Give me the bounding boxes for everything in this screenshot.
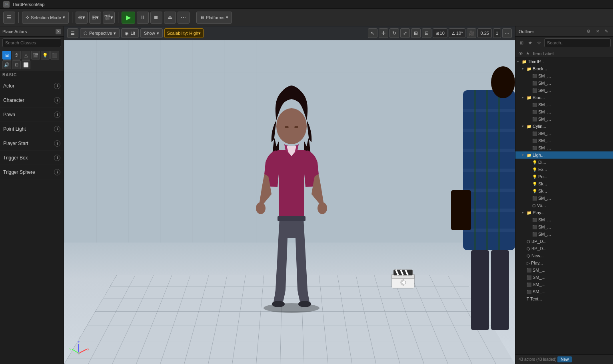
tree-item-sm10[interactable]: ⬛ SM_... [515,195,613,202]
new-actor-btn[interactable]: New [557,356,572,362]
trigger-box-info-btn[interactable]: ℹ [54,155,60,161]
tree-item-sm8[interactable]: ⬛ SM_... [515,137,613,144]
viewport-options-btn[interactable]: ⋯ [502,28,512,38]
lit-btn[interactable]: ◉ Lit [121,28,139,38]
tree-item-sm9[interactable]: ⬛ SM_... [515,144,613,151]
tree-item-sm6[interactable]: ⬛ SM_... [515,115,613,123]
eject-btn[interactable]: ⏏ [164,12,176,24]
angle-value[interactable]: ∠ 10° [449,28,466,38]
viewport[interactable]: X Y Z ☰ ⬡ Perspective ▾ ◉ Lit Show ▾ [64,26,515,364]
camera-speed-icon[interactable]: 🎥 [467,28,476,38]
tree-item-sm4[interactable]: ⬛ SM_... [515,101,613,108]
lit-icon: ◉ [125,31,129,36]
outliner-tree[interactable]: ▾ 📁 ThirdP... ▾ 📁 Block... ⬛ SM_... ⬛ SM… [515,58,613,354]
surface-snapping-btn[interactable]: ⊟ [422,28,431,38]
tree-item-dir[interactable]: 💡 Di... [515,159,613,166]
scale-tool-btn[interactable]: ⤢ [400,28,410,38]
add-actor-btn[interactable]: ⊕▾ [76,12,88,24]
chevron-down-icon: ▾ [63,15,65,20]
tree-item-play[interactable]: ▾ 📁 Play... [515,209,613,216]
tree-item-sm16[interactable]: ⬛ SM_... [515,281,613,288]
tree-item-text1[interactable]: T Text... [515,295,613,302]
tree-item-bpd2[interactable]: ⬡ BP_D... [515,245,613,252]
tree-item-new1[interactable]: ⬡ New... [515,252,613,259]
tree-item-sm15[interactable]: ⬛ SM_... [515,274,613,281]
actor-item-trigger-box[interactable]: Trigger Box ℹ [0,151,64,165]
tree-item-sm14[interactable]: ⬛ SM_... [515,267,613,274]
actor-item-actor[interactable]: Actor ℹ [0,79,64,93]
cinematic-btn[interactable]: 🎬 [31,51,40,60]
outliner-sort-btn[interactable]: ⊞ [518,39,525,46]
actor-item-trigger-sphere[interactable]: Trigger Sphere ℹ [0,165,64,179]
tree-item-block2[interactable]: ▾ 📁 Bloc... [515,94,613,101]
tree-item-sm5[interactable]: ⬛ SM_... [515,108,613,115]
more-options-btn[interactable]: ⋯ [178,12,190,24]
camera-speed-value[interactable]: 0.25 [477,28,491,38]
outliner-star-btn[interactable]: ★ [527,39,534,46]
select-tool-btn[interactable]: ↖ [368,28,377,38]
tree-item-sky1[interactable]: 💡 Sk... [515,180,613,187]
character-info-btn[interactable]: ℹ [54,97,60,103]
outliner-bookmark-btn[interactable]: ☆ [535,39,543,46]
tree-item-sm12[interactable]: ⬛ SM_... [515,223,613,231]
tree-item-point[interactable]: 💡 Po... [515,173,613,180]
tree-item-sm17[interactable]: ⬛ SM_... [515,288,613,295]
perspective-btn[interactable]: ⬡ Perspective ▾ [80,28,120,38]
stop-btn[interactable]: ⏹ [150,12,162,24]
transform-toggle-btn[interactable]: ⊞ [411,28,421,38]
rotate-tool-btn[interactable]: ↻ [389,28,399,38]
tree-item-cyl[interactable]: ▾ 📁 Cylin... [515,123,613,130]
trigger-sphere-info-btn[interactable]: ℹ [54,169,60,175]
tree-item-sm1[interactable]: ⬛ SM_... [515,72,613,80]
tree-item-exp[interactable]: 💡 Ex... [515,166,613,173]
tree-item-sm2[interactable]: ⬛ SM_... [515,80,613,87]
tree-item-vol[interactable]: ⬡ Vo... [515,202,613,209]
selection-mode-btn[interactable]: ⊹ Selection Mode ▾ [22,12,69,24]
outliner-edit-btn[interactable]: ✎ [603,28,610,35]
outliner-filter-btn[interactable]: ⚙ [585,28,592,35]
tree-item-sm7[interactable]: ⬛ SM_... [515,130,613,137]
tree-item-play2[interactable]: ▷ Play... [515,259,613,267]
row-2-3[interactable]: ⬜ [22,60,30,69]
panel-title: Place Actors [2,29,27,34]
tree-item-sm13[interactable]: ⬛ SM_... [515,231,613,238]
point-light-info-btn[interactable]: ℹ [54,126,60,132]
play-btn[interactable]: ▶ [122,12,135,24]
viewport-menu-btn[interactable]: ☰ [67,28,78,38]
all-filter-btn[interactable]: ⊞ [2,51,11,60]
actor-item-point-light[interactable]: Point Light ℹ [0,122,64,136]
lights-btn[interactable]: 💡 [41,51,50,60]
pause-btn[interactable]: ⏸ [137,12,149,24]
pawn-info-btn[interactable]: ℹ [54,111,60,118]
actor-item-pawn[interactable]: Pawn ℹ [0,107,64,122]
player-start-info-btn[interactable]: ℹ [54,140,60,147]
tree-item-sm3[interactable]: ⬛ SM_... [515,87,613,94]
outliner-close-btn[interactable]: ✕ [594,28,601,35]
recently-placed-btn[interactable]: ⏱ [12,51,21,60]
tree-item-bpd[interactable]: ⬡ BP_D... [515,238,613,245]
volumes-btn[interactable]: ⬛ [50,51,59,60]
tree-item-block1[interactable]: ▾ 📁 Block... [515,65,613,72]
platforms-btn[interactable]: 🖥 Platforms ▾ [196,12,232,24]
tree-item-sm11[interactable]: ⬛ SM_... [515,216,613,223]
row-2-1[interactable]: 🔊 [2,60,11,69]
tree-item-lights[interactable]: ▾ 📁 Ligh... [515,151,613,159]
tree-item-root[interactable]: ▾ 📁 ThirdP... [515,58,613,65]
grid-size-value[interactable]: ⊞ 10 [433,28,447,38]
row-2-2[interactable]: ⊡ [12,60,21,69]
show-btn[interactable]: Show ▾ [140,28,163,38]
actor-info-btn[interactable]: ℹ [54,83,60,89]
shapes-btn[interactable]: △ [22,51,30,60]
camera-multiplier[interactable]: 1 [493,28,501,38]
actor-item-character[interactable]: Character ℹ [0,93,64,107]
snap-btn[interactable]: ⊞▾ [89,12,101,24]
search-classes-input[interactable] [2,38,61,47]
tree-item-sky2[interactable]: 💡 Sk... [515,187,613,195]
cinematics-btn[interactable]: 🎬▾ [103,12,115,24]
hamburger-menu-btn[interactable]: ☰ [3,12,15,24]
actor-item-player-start[interactable]: Player Start ℹ [0,136,64,151]
close-panel-btn[interactable]: ✕ [56,29,61,34]
scalability-badge[interactable]: Scalability: High ▾ [164,28,204,38]
outliner-search-input[interactable] [544,38,611,47]
translate-tool-btn[interactable]: ✛ [379,28,388,38]
